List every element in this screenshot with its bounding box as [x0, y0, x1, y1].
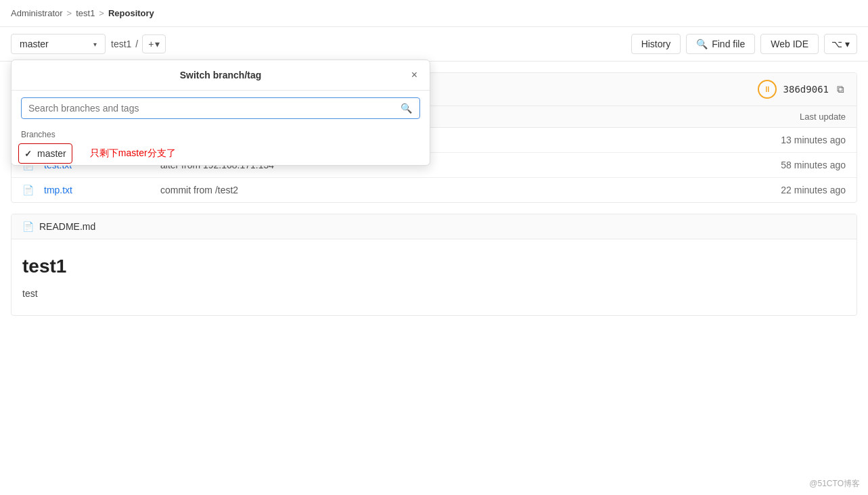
- path-section: test1 / + ▾: [111, 34, 166, 53]
- readme-body: test: [22, 288, 846, 299]
- breadcrumb-sep2: >: [99, 8, 104, 18]
- commit-hash: 386d9061: [783, 84, 829, 95]
- pause-icon: ⏸: [763, 85, 771, 94]
- branch-dropdown-header: Switch branch/tag ×: [12, 60, 430, 91]
- search-icon: 🔍: [696, 39, 708, 49]
- branch-search-container: 🔍: [12, 91, 430, 126]
- branch-dropdown: Switch branch/tag × 🔍 Branches ✓ master …: [11, 60, 430, 166]
- file-time: 13 minutes ago: [737, 135, 846, 145]
- branch-selector[interactable]: master ▾: [11, 34, 106, 54]
- check-icon: ✓: [24, 149, 32, 159]
- more-chevron-icon: ▾: [845, 39, 850, 49]
- branch-name-label: master: [20, 39, 89, 49]
- more-options-button[interactable]: ⌥ ▾: [824, 34, 857, 54]
- add-file-button[interactable]: + ▾: [142, 34, 166, 53]
- readme-file-icon: 📄: [22, 221, 34, 232]
- breadcrumb: Administrator > test1 > Repository: [0, 0, 868, 27]
- path-separator: /: [135, 39, 138, 49]
- readme-section: 📄 README.md test1 test: [11, 214, 857, 316]
- find-file-button[interactable]: 🔍 Find file: [686, 34, 755, 54]
- toolbar: master ▾ test1 / + ▾ History 🔍 Find file…: [0, 27, 868, 62]
- branches-section-label: Branches: [12, 126, 430, 142]
- file-time: 58 minutes ago: [737, 160, 846, 170]
- branch-master-label: master: [37, 148, 66, 159]
- readme-header: 📄 README.md: [12, 214, 856, 239]
- find-file-label: Find file: [712, 39, 745, 49]
- file-icon: 📄: [22, 185, 36, 195]
- readme-content: test1 test: [12, 239, 856, 315]
- add-icon: +: [148, 39, 154, 49]
- branch-annotation: 只剩下master分支了: [90, 147, 176, 160]
- file-time: 22 minutes ago: [737, 185, 846, 195]
- col-time-header: Last update: [737, 112, 846, 122]
- breadcrumb-project[interactable]: test1: [76, 8, 95, 18]
- path-prefix: test1: [111, 39, 131, 49]
- breadcrumb-current: Repository: [108, 8, 154, 18]
- pipeline-status-icon: ⏸: [758, 80, 777, 99]
- file-name[interactable]: tmp.txt: [44, 185, 152, 195]
- readme-filename[interactable]: README.md: [39, 221, 95, 232]
- breadcrumb-sep1: >: [67, 8, 72, 18]
- branch-dropdown-title: Switch branch/tag: [180, 70, 262, 80]
- breadcrumb-admin[interactable]: Administrator: [11, 8, 63, 18]
- file-commit-msg: commit from /test2: [160, 185, 729, 195]
- add-chevron-icon: ▾: [155, 39, 160, 49]
- clone-icon: ⌥: [831, 39, 842, 49]
- readme-title: test1: [22, 256, 846, 277]
- branch-dropdown-close-button[interactable]: ×: [409, 69, 420, 81]
- table-row: 📄 tmp.txt commit from /test2 22 minutes …: [12, 178, 856, 202]
- web-ide-button[interactable]: Web IDE: [760, 34, 819, 54]
- history-button[interactable]: History: [631, 34, 681, 54]
- branch-search-input[interactable]: [21, 97, 420, 119]
- branch-item-master[interactable]: ✓ master: [18, 143, 72, 164]
- branch-chevron-icon: ▾: [93, 41, 97, 48]
- toolbar-right: History 🔍 Find file Web IDE ⌥ ▾: [631, 34, 857, 54]
- copy-hash-button[interactable]: ⧉: [836, 82, 846, 97]
